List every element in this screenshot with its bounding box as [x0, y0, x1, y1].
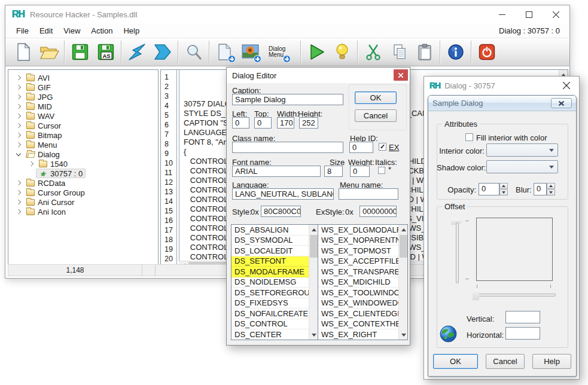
- tree-item[interactable]: Cursor: [8, 121, 158, 130]
- cancel-button[interactable]: Cancel: [486, 354, 525, 369]
- spin-up-button[interactable]: [499, 183, 508, 189]
- shadow-color-dropdown[interactable]: [486, 160, 558, 173]
- spin-down-button[interactable]: [547, 190, 555, 195]
- exit-button[interactable]: [474, 39, 499, 65]
- chevron-icon[interactable]: [16, 209, 22, 215]
- find-button[interactable]: [181, 39, 206, 65]
- fill-interior-checkbox[interactable]: [465, 133, 473, 141]
- opacity-input[interactable]: 0: [479, 183, 499, 195]
- info-button[interactable]: [443, 39, 468, 65]
- styles-listbox[interactable]: DS_ABSALIGNDS_SYSMODALDS_LOCALEDITDS_SET…: [231, 224, 318, 340]
- chevron-icon[interactable]: [16, 190, 22, 195]
- chevron-icon[interactable]: [16, 113, 22, 119]
- tree-item[interactable]: Cursor Group: [8, 188, 158, 197]
- scroll-down-button[interactable]: [309, 330, 318, 340]
- scrollbar-thumb[interactable]: [400, 235, 407, 258]
- tree-item[interactable]: Ani Cursor: [8, 197, 158, 207]
- scroll-up-button[interactable]: [399, 225, 408, 234]
- copy-button[interactable]: [386, 39, 412, 65]
- exstyle-list-item[interactable]: WS_EX_TOPMOST: [318, 246, 398, 256]
- sample-dialog-titlebar[interactable]: Sample Dialog: [428, 96, 576, 111]
- scroll-up-button[interactable]: [309, 225, 318, 234]
- style-list-item[interactable]: DS_MODALFRAME: [231, 267, 309, 277]
- paste-button[interactable]: [412, 39, 437, 65]
- tree-item[interactable]: Ani Icon: [8, 207, 158, 216]
- exstyle-list-item[interactable]: WS_EX_ACCEPTFILES: [318, 256, 398, 267]
- chevron-icon[interactable]: [16, 199, 22, 205]
- tree-item[interactable]: WAV: [8, 111, 158, 121]
- chevron-icon[interactable]: [16, 94, 22, 100]
- left-input[interactable]: 0: [232, 117, 249, 129]
- menu-item[interactable]: View: [58, 25, 86, 37]
- menu-item[interactable]: Help: [118, 25, 145, 37]
- italics-checkbox[interactable]: [378, 167, 385, 174]
- exstyle-list-item[interactable]: WS_EX_RIGHT: [318, 329, 398, 340]
- width-input[interactable]: 170: [277, 117, 294, 129]
- offset-preview-box[interactable]: [476, 218, 553, 281]
- open-file-button[interactable]: [36, 39, 62, 65]
- exstyle-list-item[interactable]: WS_EX_DLGMODALFRAME: [318, 225, 398, 236]
- add-dialog-menu-button[interactable]: Dialog Menu: [263, 39, 298, 65]
- exstyle-list-item[interactable]: WS_EX_CLIENTEDGE: [318, 308, 398, 319]
- style-list-item[interactable]: DS_CENTER: [231, 329, 309, 340]
- prev-resource-button[interactable]: [124, 39, 150, 65]
- exstyle-list-item[interactable]: WS_EX_CONTEXTHELP: [318, 319, 398, 330]
- scrollbar-thumb[interactable]: [310, 235, 318, 258]
- tree-item[interactable]: Dialog: [8, 149, 158, 159]
- help-button[interactable]: Help: [532, 354, 571, 369]
- spin-down-button[interactable]: [499, 190, 508, 195]
- chevron-icon[interactable]: [16, 142, 22, 148]
- style-list-item[interactable]: DS_CONTROL: [231, 319, 309, 330]
- ex-checkbox[interactable]: ✓: [379, 143, 386, 151]
- exstyle-list-item[interactable]: WS_EX_MDICHILD: [318, 277, 398, 288]
- style-list-item[interactable]: DS_FIXEDSYS: [231, 298, 309, 309]
- chevron-icon[interactable]: [16, 180, 22, 186]
- tree-item[interactable]: MID: [8, 102, 158, 111]
- style-list-item[interactable]: DS_SETFOREGROUND: [231, 288, 309, 298]
- horizontal-input[interactable]: [505, 327, 540, 340]
- class-name-input[interactable]: [232, 142, 343, 153]
- preview-titlebar[interactable]: RH Dialog - 30757: [424, 77, 579, 94]
- chevron-icon[interactable]: [16, 132, 22, 138]
- vertical-offset-slider-track[interactable]: [456, 222, 459, 283]
- style-list-item[interactable]: DS_ABSALIGN: [231, 225, 309, 236]
- close-button[interactable]: [394, 69, 408, 81]
- height-input[interactable]: 252: [299, 117, 318, 129]
- help-id-input[interactable]: 0: [349, 142, 373, 153]
- chevron-icon[interactable]: [16, 84, 22, 90]
- weight-input[interactable]: 0: [350, 166, 370, 177]
- save-button[interactable]: [67, 39, 93, 65]
- chevron-icon[interactable]: [28, 161, 34, 167]
- listbox-scrollbar[interactable]: [398, 225, 407, 340]
- blur-spinner[interactable]: [547, 183, 555, 195]
- style-list-item[interactable]: DS_NOFAILCREATE: [231, 308, 309, 319]
- save-as-button[interactable]: AS: [93, 39, 118, 65]
- new-file-button[interactable]: [10, 39, 36, 65]
- ok-button[interactable]: OK: [433, 354, 478, 369]
- horizontal-offset-slider-track[interactable]: [476, 294, 556, 297]
- opacity-spinner[interactable]: [499, 183, 508, 195]
- exstyles-listbox[interactable]: WS_EX_DLGMODALFRAMEWS_EX_NOPARENTNOTIFYW…: [318, 224, 408, 340]
- blur-input[interactable]: 0: [534, 183, 547, 195]
- interior-color-dropdown[interactable]: [486, 143, 558, 157]
- tree-item[interactable]: Menu: [8, 140, 158, 149]
- exstyle-list-item[interactable]: WS_EX_NOPARENTNOTIFY: [318, 236, 398, 246]
- tree-item[interactable]: GIF: [8, 82, 158, 92]
- chevron-icon[interactable]: [16, 75, 22, 81]
- menu-item[interactable]: File: [11, 25, 34, 37]
- compile-button[interactable]: [303, 39, 329, 65]
- tree-item[interactable]: 30757 : 0: [8, 169, 158, 178]
- sample-dialog-close-button[interactable]: [551, 98, 572, 108]
- listbox-scrollbar[interactable]: [309, 225, 318, 340]
- add-resource-button[interactable]: [212, 39, 237, 65]
- maximize-button[interactable]: [516, 5, 543, 23]
- menu-item[interactable]: Edit: [34, 25, 58, 37]
- close-button[interactable]: [543, 5, 569, 23]
- exstyle-input[interactable]: 00000000: [359, 206, 397, 217]
- chevron-icon[interactable]: [16, 151, 22, 157]
- minimize-button[interactable]: [489, 5, 516, 23]
- style-list-item[interactable]: DS_LOCALEDIT: [231, 246, 309, 256]
- menu-item[interactable]: Action: [86, 25, 118, 37]
- ok-button[interactable]: OK: [355, 91, 397, 104]
- style-list-item[interactable]: DS_SETFONT: [231, 256, 309, 267]
